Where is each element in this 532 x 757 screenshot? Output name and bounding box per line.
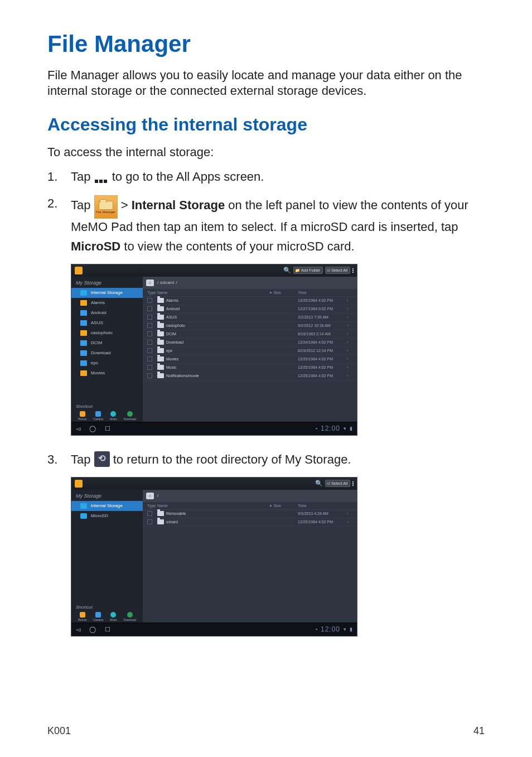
step-3-text-a: Tap [71,452,94,466]
nav-home-icon[interactable]: ◯ [89,425,96,432]
table-row[interactable]: ASUS2/2/2013 7:35 AM› [143,314,357,322]
sidebar-item-internal-storage[interactable]: Internal Storage [71,501,143,511]
select-all-button[interactable]: ☑ Select All [325,480,350,487]
row-checkbox[interactable] [147,519,152,524]
folder-icon [157,323,164,328]
shortcut-download[interactable]: Download [124,411,136,421]
table-row[interactable]: sdcard12/25/1984 4:02 PM› [143,518,357,527]
table-row[interactable]: Removable9/3/2013 4:28 AM› [143,510,357,518]
status-sd-icon: ▪ [316,426,317,431]
table-row[interactable]: Movies12/25/1984 4:02 PM› [143,355,357,364]
row-time: 2/2/2013 7:35 AM [281,315,347,319]
search-icon[interactable]: 🔍 [283,267,291,274]
chevron-right-icon: › [347,374,352,378]
step-3: 3. Tap ⟲ to return to the root directory… [47,450,485,469]
column-headers: Type Name ▼ Size Time [143,502,357,510]
folder-icon [80,330,87,336]
folder-icon [157,365,164,370]
row-checkbox[interactable] [147,356,152,361]
overflow-menu-icon[interactable] [352,268,354,273]
table-row[interactable]: DCIM8/18/1983 2:14 AM› [143,330,357,339]
app-badge-icon [75,480,83,488]
table-row[interactable]: Notifications/movie12/25/1984 4:02 PM› [143,372,357,380]
search-icon[interactable]: 🔍 [315,480,323,487]
row-checkbox[interactable] [147,365,152,370]
row-checkbox[interactable] [147,306,152,311]
shortcut-picture[interactable]: Picture [78,411,87,421]
chevron-right-icon: › [347,512,352,515]
sidebar-item-movies[interactable]: Movies [71,368,143,378]
shortcut-download[interactable]: Download [124,612,136,621]
folder-icon [157,356,164,361]
row-checkbox[interactable] [147,323,152,328]
overflow-menu-icon[interactable] [352,481,354,486]
sidebar-item-internal-storage[interactable]: Internal Storage [71,288,143,298]
footer-page-number: 41 [473,725,485,737]
intro-paragraph: File Manager allows you to easily locate… [47,67,485,99]
file-manager-app-icon: File Manager [94,195,118,219]
step-2-text-a: Tap [71,198,94,212]
return-root-icon: ⟲ [94,451,110,467]
row-name: Movies [166,357,251,361]
row-time: 8/19/2012 12:34 PM [281,349,347,353]
table-row[interactable]: Music12/25/1984 4:02 PM› [143,364,357,372]
status-clock: 12:00 [321,625,340,633]
sidebar-item-epc[interactable]: epc [71,358,143,368]
nav-back-icon[interactable]: ◅ [76,626,80,633]
chevron-right-icon: › [347,324,352,327]
row-checkbox[interactable] [147,373,152,378]
status-battery-icon: ▮ [350,626,352,632]
table-row[interactable]: Download12/24/1984 4:02 PM› [143,339,357,347]
sidebar-item-casiophoto[interactable]: casiophoto [71,328,143,338]
table-row[interactable]: epc8/19/2012 12:34 PM› [143,347,357,355]
nav-home-icon[interactable]: ◯ [89,626,96,633]
select-all-button[interactable]: ☑ Select All [325,267,350,274]
sidebar-item-android[interactable]: Android [71,308,143,318]
sidebar-item-alarms[interactable]: Alarms [71,298,143,308]
row-checkbox[interactable] [147,348,152,353]
nav-back-icon[interactable]: ◅ [76,425,80,432]
step-number: 3. [47,450,57,469]
add-folder-button[interactable]: 📁 Add Folder [293,267,323,274]
breadcrumb-home-icon[interactable]: ⌂ [146,493,154,499]
row-checkbox[interactable] [147,315,152,320]
row-name: ASUS [166,315,251,319]
row-checkbox[interactable] [147,511,152,516]
sidebar-item-download[interactable]: Download [71,348,143,358]
folder-icon [157,373,164,378]
shortcut-music[interactable]: Music [110,612,117,621]
step-2-text-b: > [121,198,132,212]
breadcrumb-path: / [157,493,159,498]
row-time: 12/27/1984 6:02 PM [281,307,347,311]
section-heading: Accessing the internal storage [47,114,485,135]
sidebar-item-dcim[interactable]: DCIM [71,338,143,348]
breadcrumb-home-icon[interactable]: ⌂ [146,279,154,286]
row-checkbox[interactable] [147,331,152,336]
screenshot-root-storage: 🔍 ☑ Select All My Storage Internal Stora… [71,477,357,637]
table-row[interactable]: Android12/27/1984 6:02 PM› [143,305,357,314]
shortcut-picture[interactable]: Picture [78,612,87,621]
row-checkbox[interactable] [147,340,152,345]
chevron-right-icon: › [347,332,352,336]
folder-icon [80,340,87,346]
folder-icon [80,300,87,306]
shortcut-music[interactable]: Music [110,411,117,421]
app-badge-icon [75,267,83,274]
sidebar-item-microsd[interactable]: MicroSD [71,511,143,521]
row-checkbox[interactable] [147,298,152,303]
internal-storage-label: Internal Storage [132,198,225,212]
row-name: Notifications/movie [166,374,251,378]
sidebar-item-asus[interactable]: ASUS [71,318,143,328]
nav-recent-icon[interactable]: ☐ [105,425,110,432]
nav-recent-icon[interactable]: ☐ [105,626,110,633]
shortcut-camera[interactable]: Camera [93,411,103,421]
row-time: 12/24/1984 4:02 PM [281,340,347,344]
storage-chip-icon [80,503,87,509]
chevron-right-icon: › [347,520,352,524]
table-row[interactable]: casiophoto9/2/2012 10:18 AM› [143,322,357,330]
row-time: 9/2/2012 10:18 AM [281,324,347,327]
shortcut-camera[interactable]: Camera [93,612,103,621]
table-row[interactable]: Alarms12/25/1984 4:02 PM› [143,297,357,305]
step-1-text-a: Tap [71,170,94,184]
lead-line: To access the internal storage: [47,145,485,160]
